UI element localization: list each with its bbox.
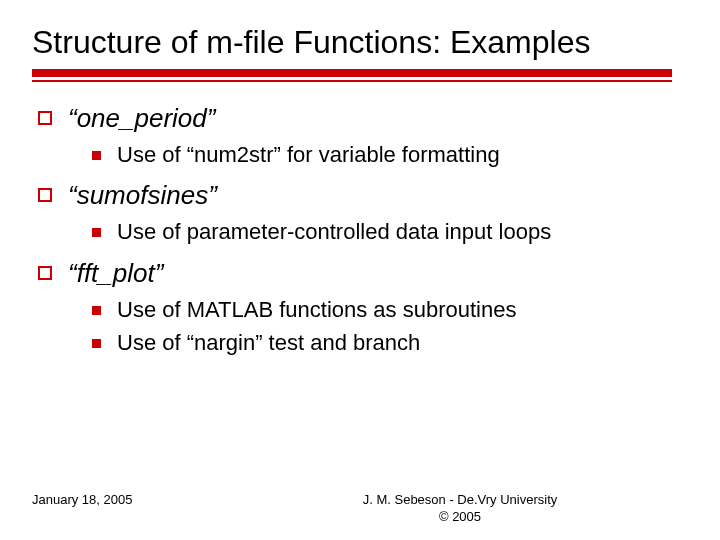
- footer-author: J. M. Sebeson - De.Vry University: [232, 492, 688, 509]
- footer-author-block: J. M. Sebeson - De.Vry University © 2005: [232, 492, 688, 526]
- filled-square-bullet-icon: [92, 306, 101, 315]
- footer-date: January 18, 2005: [32, 492, 232, 526]
- sub-list-item: Use of “nargin” test and branch: [92, 328, 688, 358]
- list-item: “sumofsines” Use of parameter-controlled…: [32, 179, 688, 246]
- sub-list-item: Use of parameter-controlled data input l…: [92, 217, 688, 247]
- slide-title: Structure of m-file Functions: Examples: [32, 24, 688, 61]
- filled-square-bullet-icon: [92, 228, 101, 237]
- slide: Structure of m-file Functions: Examples …: [0, 0, 720, 540]
- list-item-label: “fft_plot”: [68, 257, 163, 291]
- filled-square-bullet-icon: [92, 339, 101, 348]
- sub-list: Use of parameter-controlled data input l…: [92, 217, 688, 247]
- list-item-label: “sumofsines”: [68, 179, 217, 213]
- sub-list-item-label: Use of MATLAB functions as subroutines: [117, 295, 516, 325]
- sub-list-item: Use of MATLAB functions as subroutines: [92, 295, 688, 325]
- filled-square-bullet-icon: [92, 151, 101, 160]
- list-item: “fft_plot” Use of MATLAB functions as su…: [32, 257, 688, 358]
- list-item-label: “one_period”: [68, 102, 215, 136]
- sub-list-item: Use of “num2str” for variable formatting: [92, 140, 688, 170]
- slide-footer: January 18, 2005 J. M. Sebeson - De.Vry …: [32, 492, 688, 526]
- title-underline-thin: [32, 80, 672, 82]
- sub-list: Use of “num2str” for variable formatting: [92, 140, 688, 170]
- square-bullet-icon: [38, 111, 52, 125]
- list-item: “one_period” Use of “num2str” for variab…: [32, 102, 688, 169]
- bullet-list: “one_period” Use of “num2str” for variab…: [32, 102, 688, 358]
- sub-list: Use of MATLAB functions as subroutines U…: [92, 295, 688, 358]
- sub-list-item-label: Use of parameter-controlled data input l…: [117, 217, 551, 247]
- square-bullet-icon: [38, 266, 52, 280]
- sub-list-item-label: Use of “num2str” for variable formatting: [117, 140, 500, 170]
- title-underline-thick: [32, 69, 672, 77]
- sub-list-item-label: Use of “nargin” test and branch: [117, 328, 420, 358]
- footer-copyright: © 2005: [232, 509, 688, 526]
- square-bullet-icon: [38, 188, 52, 202]
